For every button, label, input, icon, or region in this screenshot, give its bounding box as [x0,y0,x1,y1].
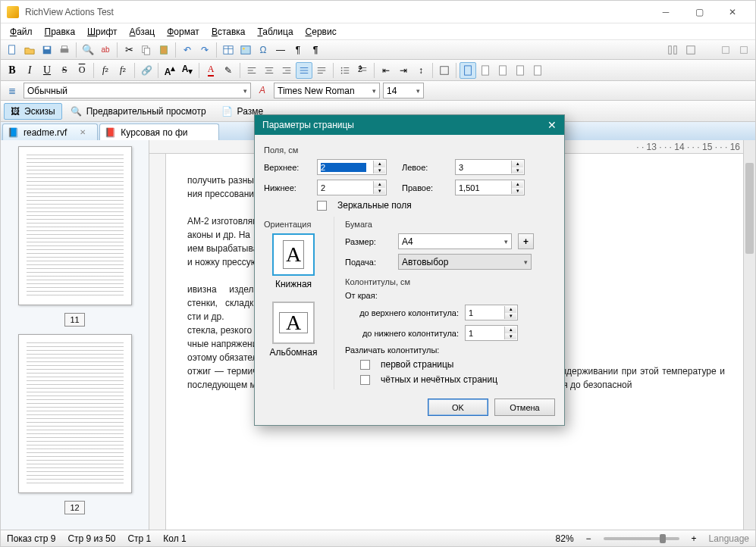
extra-button-2[interactable] [736,42,752,58]
preview-tab[interactable]: 🔍 Предварительный просмотр [64,103,213,120]
extra-button-1[interactable] [717,42,734,58]
menu-edit[interactable]: Правка [39,25,82,39]
border-button[interactable] [436,62,453,79]
align-distribute-button[interactable] [313,62,330,79]
strike-button[interactable]: S [56,62,73,79]
view-mode-button[interactable] [682,42,699,58]
cut-button[interactable]: ✂ [121,42,137,58]
underline-button[interactable]: U [39,62,55,79]
line-spacing-button[interactable]: ↕ [413,62,429,79]
right-margin-input[interactable]: ▴▾ [455,180,525,195]
indent-decrease-button[interactable]: ⇤ [378,62,394,79]
add-paper-size-button[interactable]: + [518,233,534,249]
minimize-button[interactable]: ─ [649,2,682,23]
open-button[interactable] [21,42,38,58]
doc-view-5-button[interactable] [529,62,546,79]
menu-service[interactable]: Сервис [300,25,343,39]
align-justify-button[interactable] [296,62,312,79]
menu-file[interactable]: Файл [4,25,39,39]
font-shrink-button[interactable]: A▾ [179,62,196,79]
thumbnails-tab[interactable]: 🖼 Эскизы [4,103,62,120]
doc-view-2-button[interactable] [477,62,494,79]
cancel-button[interactable]: Отмена [494,399,555,416]
zoom-in-button[interactable]: + [692,533,697,544]
overline-button[interactable]: O [74,62,90,79]
dialog-close-button[interactable]: ✕ [547,119,557,131]
top-margin-input[interactable]: ▴▾ [317,159,387,175]
font-color-button[interactable]: A [202,62,219,79]
print-button[interactable] [56,42,73,58]
menu-format[interactable]: Формат [161,25,205,39]
font-name-combo[interactable]: Times New Roman ▾ [274,83,380,98]
menu-paragraph[interactable]: Абзац [124,25,162,39]
replace-button[interactable]: ab [97,42,114,58]
italic-button[interactable]: I [21,62,38,79]
header-distance-input[interactable]: ▴▾ [465,305,518,320]
highlight-button[interactable]: ✎ [220,62,237,79]
odd-even-checkbox[interactable] [360,375,370,385]
doc-view-1-button[interactable] [460,62,476,79]
close-button[interactable]: ✕ [716,2,749,23]
page-thumb-11[interactable] [18,146,132,305]
insert-image-button[interactable] [237,42,254,58]
insert-table-button[interactable] [220,42,237,58]
mirror-margins-checkbox[interactable] [317,201,327,211]
paper-size-select[interactable]: A4▾ [398,233,512,249]
align-center-button[interactable] [261,62,278,79]
doc-tab-kursovaya[interactable]: 📕 Курсовая по фи [99,123,218,140]
redo-button[interactable]: ↷ [196,42,213,58]
landscape-option[interactable]: A Альбомная [264,302,323,358]
undo-button[interactable]: ↶ [179,42,196,58]
insert-break-button[interactable]: ¶ [290,42,306,58]
left-margin-input[interactable]: ▴▾ [455,159,525,175]
numbering-button[interactable]: 12 [354,62,371,79]
font-icon: A [254,83,271,99]
portrait-option[interactable]: A Книжная [264,233,323,289]
copy-button[interactable] [138,42,155,58]
status-line: Стр 1 [127,533,151,544]
zoom-out-button[interactable]: − [586,533,591,544]
menu-insert[interactable]: Вставка [205,25,252,39]
find-button[interactable]: 🔍 [80,42,96,58]
new-button[interactable] [4,42,20,58]
save-button[interactable] [39,42,55,58]
font-grow-button[interactable]: A▴ [162,62,178,79]
bold-button[interactable]: B [4,62,20,79]
doc-view-4-button[interactable] [512,62,529,79]
superscript-button[interactable]: f2 [114,62,131,79]
paragraph-style-combo[interactable]: Обычный ▾ [24,83,251,98]
zoom-slider[interactable] [604,537,679,540]
doc-tab-readme[interactable]: 📘 readme.rvf ✕ [2,123,98,140]
show-nonprint-button[interactable]: ¶ [307,42,324,58]
link-button[interactable]: 🔗 [138,62,155,79]
align-right-button[interactable] [278,62,295,79]
insert-line-button[interactable]: — [272,42,289,58]
vertical-ruler[interactable] [149,154,166,547]
columns-button[interactable] [664,42,681,58]
insert-symbol-button[interactable]: Ω [255,42,271,58]
language-indicator[interactable]: Language [709,533,749,544]
paper-size-label: Размер: [345,237,392,246]
page-thumb-12[interactable] [18,334,132,493]
bottom-margin-input[interactable]: ▴▾ [317,180,387,195]
paste-button[interactable] [155,42,172,58]
font-size-combo[interactable]: 14 ▾ [383,83,424,98]
margins-group-label: Поля, см [264,145,555,155]
bullets-button[interactable] [337,62,353,79]
ok-button[interactable]: OK [428,399,488,416]
maximize-button[interactable]: ▢ [682,2,716,23]
doc-vscrollbar[interactable] [743,140,755,547]
dialog-title: Параметры страницы [262,120,354,130]
footer-distance-input[interactable]: ▴▾ [465,325,518,341]
subscript-button[interactable]: f2 [97,62,114,79]
paper-feed-select[interactable]: Автовыбор▾ [398,254,532,270]
doc-view-3-button[interactable] [494,62,511,79]
bottom-margin-label: Нижнее: [264,183,311,192]
indent-increase-button[interactable]: ⇥ [395,62,412,79]
dialog-title-bar[interactable]: Параметры страницы ✕ [255,115,564,135]
align-left-button[interactable] [243,62,260,79]
menu-font[interactable]: Шрифт [81,25,123,39]
first-page-checkbox[interactable] [360,360,370,370]
close-tab-icon[interactable]: ✕ [80,128,86,136]
menu-table[interactable]: Таблица [252,25,300,39]
